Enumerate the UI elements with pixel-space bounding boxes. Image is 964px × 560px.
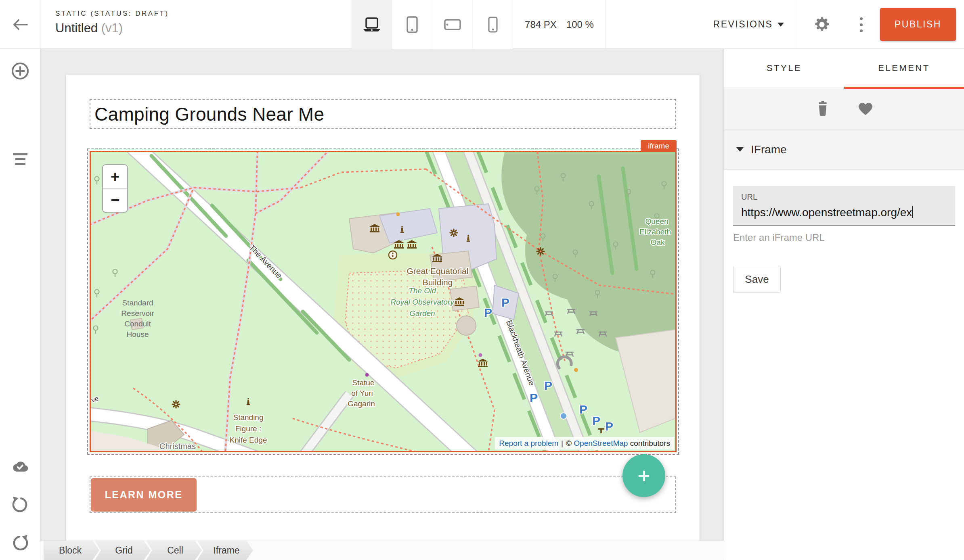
saved-status-button[interactable] [0, 452, 40, 481]
layers-button[interactable] [0, 145, 40, 173]
element-breadcrumb: Block Grid Cell Iframe [40, 541, 724, 560]
url-field-label: URL [741, 192, 947, 202]
map-attribution: Report a problem|© OpenStreetMap contrib… [495, 437, 674, 450]
viewport-info: 784 PX 100 % [513, 0, 606, 49]
laptop-icon [362, 17, 381, 32]
svg-text:Christmas: Christmas [159, 442, 196, 451]
cloud-check-icon [10, 460, 30, 473]
back-button[interactable] [0, 0, 40, 49]
settings-button[interactable] [811, 13, 833, 36]
svg-text:Figure :: Figure : [235, 424, 261, 433]
iframe-settings: URL https://www.openstreetmap.org/ex Ent… [724, 170, 964, 293]
tablet-portrait-icon [407, 16, 418, 33]
svg-text:Gagarin: Gagarin [348, 399, 375, 408]
url-helper-text: Enter an iFrame URL [733, 232, 955, 243]
svg-text:P: P [501, 296, 509, 309]
more-options-button[interactable] [852, 13, 870, 36]
svg-text:P: P [579, 403, 587, 416]
chevron-down-icon [777, 23, 784, 27]
kebab-icon [860, 17, 863, 20]
breadcrumb-cell[interactable]: Cell [146, 541, 202, 560]
publish-button[interactable]: PUBLISH [880, 8, 956, 41]
breadcrumb-block[interactable]: Block [44, 541, 99, 560]
section-title: IFrame [751, 143, 787, 156]
element-actions [724, 88, 964, 130]
report-problem-link[interactable]: Report a problem [499, 439, 558, 447]
page-status: STATIC (STATUS: DRAFT) [55, 10, 169, 18]
breadcrumb-iframe[interactable]: Iframe [197, 541, 253, 560]
attribution-divider: | [561, 439, 563, 447]
plus-circle-icon [11, 62, 29, 80]
svg-text:Reservoir: Reservoir [121, 309, 154, 318]
openstreetmap-embed[interactable]: P P P P P P P The Avenue Blackheath Aven… [91, 152, 675, 451]
heading-block[interactable]: Camping Grounds Near Me [90, 99, 676, 129]
arrow-left-icon [12, 18, 29, 31]
properties-panel: STYLE ELEMENT IFrame URL https://www.ope… [724, 49, 964, 560]
editor-canvas: Camping Grounds Near Me iframe [40, 49, 724, 560]
zoom-level-value: 100 % [566, 19, 594, 30]
svg-text:P: P [605, 420, 613, 433]
device-tablet-landscape-button[interactable] [432, 0, 473, 49]
svg-text:P: P [592, 414, 600, 427]
left-toolbar [0, 49, 40, 560]
breadcrumb-grid[interactable]: Grid [95, 541, 151, 560]
viewport-width-value: 784 PX [525, 19, 557, 30]
lines-icon [13, 153, 27, 165]
iframe-url-field[interactable]: URL https://www.openstreetmap.org/ex [733, 186, 955, 226]
svg-text:Conduit: Conduit [124, 320, 151, 328]
info-icon [389, 251, 397, 259]
iframe-badge-label: iframe [648, 142, 669, 150]
page-title-text: Untitled [55, 21, 98, 35]
copyright-symbol: © [566, 439, 572, 447]
iframe-section-header[interactable]: IFrame [724, 130, 964, 170]
delete-element-button[interactable] [814, 100, 832, 117]
heart-icon [857, 101, 874, 116]
device-mobile-button[interactable] [473, 0, 513, 49]
trash-icon [816, 101, 830, 116]
page-heading: Camping Grounds Near Me [94, 103, 324, 125]
svg-text:Standing: Standing [233, 413, 263, 422]
map-zoom-out-button[interactable]: − [103, 188, 127, 212]
contributors-text: contributors [630, 439, 670, 447]
svg-text:Standard: Standard [122, 299, 153, 307]
save-button[interactable]: Save [733, 266, 781, 293]
svg-text:P: P [484, 306, 492, 319]
undo-icon [11, 495, 29, 514]
svg-text:House: House [127, 330, 149, 339]
iframe-block-selected[interactable]: iframe [90, 151, 677, 452]
tab-style[interactable]: STYLE [724, 49, 844, 88]
tab-element[interactable]: ELEMENT [844, 49, 964, 88]
undo-button[interactable] [0, 491, 40, 519]
gear-icon [814, 17, 830, 33]
svg-text:The Old: The Old [409, 286, 436, 295]
top-toolbar: STATIC (STATUS: DRAFT) Untitled (v1) 784… [0, 0, 964, 49]
map-zoom-in-button[interactable]: + [103, 165, 127, 188]
revisions-dropdown[interactable]: REVISIONS [700, 0, 797, 49]
page-version: (v1) [101, 21, 123, 35]
svg-text:P: P [544, 379, 552, 392]
phone-icon [488, 17, 498, 33]
svg-text:Queen: Queen [645, 217, 668, 226]
learn-more-button[interactable]: LEARN MORE [91, 478, 197, 512]
section-collapse-icon [736, 147, 744, 152]
text-cursor [912, 206, 913, 218]
tablet-landscape-icon [444, 19, 461, 30]
favorite-element-button[interactable] [857, 100, 874, 117]
page-title: Untitled (v1) [55, 21, 169, 36]
revisions-label: REVISIONS [713, 19, 773, 30]
button-block[interactable]: LEARN MORE [90, 476, 676, 513]
add-element-button[interactable] [0, 57, 40, 85]
svg-text:of Yuri: of Yuri [351, 389, 373, 397]
url-field-value[interactable]: https://www.openstreetmap.org/ex [741, 206, 947, 219]
add-block-fab[interactable]: + [622, 454, 665, 497]
device-desktop-button[interactable] [352, 0, 392, 49]
redo-button[interactable] [0, 529, 40, 557]
svg-text:Knife Edge: Knife Edge [230, 436, 267, 444]
svg-text:Statue: Statue [352, 378, 375, 387]
device-tablet-button[interactable] [392, 0, 432, 49]
document-title-block: STATIC (STATUS: DRAFT) Untitled (v1) [55, 10, 169, 36]
page-canvas[interactable]: Camping Grounds Near Me iframe [66, 75, 700, 543]
svg-text:Garden: Garden [409, 309, 435, 318]
openstreetmap-link[interactable]: OpenStreetMap [574, 439, 628, 447]
svg-text:Royal Observatory: Royal Observatory [390, 298, 455, 306]
